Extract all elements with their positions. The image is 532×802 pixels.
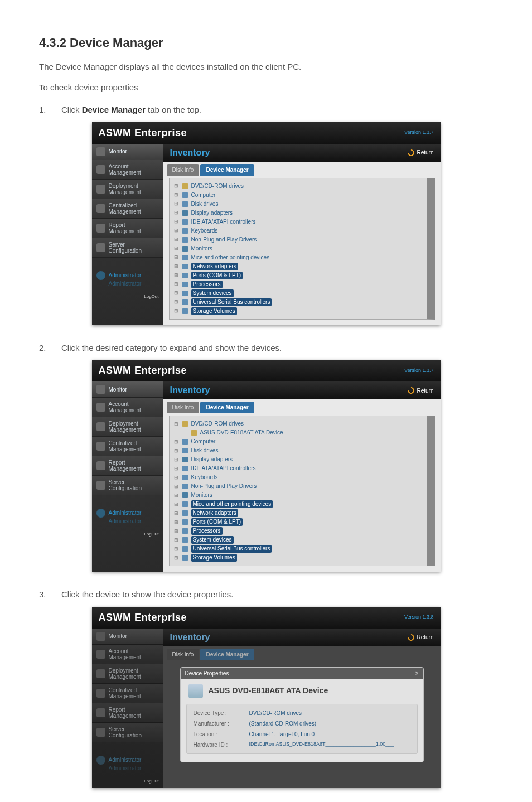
expand-icon[interactable]: ⊞ [174,501,179,508]
tree-item[interactable]: Keyboards [191,227,218,235]
expand-icon[interactable]: ⊞ [174,263,179,270]
section-heading: 4.3.2 Device Manager [39,33,493,52]
tree-item[interactable]: Processors [191,527,223,535]
sidebar-item-report[interactable]: Report Management [92,456,163,476]
tree-item[interactable]: DVD/CD-ROM drives [191,182,244,190]
expand-icon[interactable]: ⊞ [174,218,179,225]
tree-item[interactable]: Non-Plug and Play Drivers [191,482,257,490]
expand-icon[interactable]: ⊞ [174,191,179,199]
tab-disk-info[interactable]: Disk Info [167,649,200,660]
return-label: Return [417,148,433,157]
close-icon[interactable]: × [415,669,419,678]
expand-icon[interactable]: ⊞ [174,483,179,490]
expand-icon[interactable]: ⊞ [174,492,179,499]
sidebar-item-report[interactable]: Report Management [92,219,163,238]
tree-child-item[interactable]: ASUS DVD-E818A6T ATA Device [200,429,283,437]
sidebar-item-label: Account Management [109,648,159,660]
expand-icon[interactable]: ⊞ [174,289,179,297]
tree-item[interactable]: Universal Serial Bus controllers [191,545,272,553]
tree-item[interactable]: System devices [191,289,234,297]
expand-icon[interactable]: ⊞ [174,227,179,234]
admin-line2: Administrator [109,764,142,772]
tree-item[interactable]: Network adapters [191,263,238,270]
logout-link[interactable]: LogOut [92,293,163,303]
main-title: Inventory [170,384,210,397]
sidebar-item-account[interactable]: Account Management [92,160,163,180]
expand-icon[interactable]: ⊞ [174,456,179,463]
return-button[interactable]: Return [408,148,433,157]
tree-item[interactable]: DVD/CD-ROM drives [191,420,244,428]
expand-icon[interactable]: ⊞ [174,281,179,288]
expand-icon[interactable]: ⊞ [174,298,179,306]
tree-item[interactable]: Disk drives [191,200,219,208]
logout-link[interactable]: LogOut [92,531,163,541]
expand-icon[interactable]: ⊞ [174,545,179,553]
tab-disk-info[interactable]: Disk Info [167,402,200,413]
tree-item[interactable]: Storage Volumes [191,554,237,562]
tree-item[interactable]: Storage Volumes [191,307,237,315]
sidebar-item-server[interactable]: Server Configuration [92,476,163,495]
step-1: 1. Click Device Manager tab on the top. [39,104,493,117]
expand-icon[interactable]: ⊞ [174,447,179,455]
tree-item[interactable]: Processors [191,281,223,288]
tree-item[interactable]: Computer [191,438,216,446]
tree-item[interactable]: IDE ATA/ATAPI controllers [191,465,256,472]
tree-item[interactable]: Ports (COM & LPT) [191,518,243,526]
tree-item[interactable]: Display adapters [191,456,233,463]
expand-icon[interactable]: ⊞ [174,519,179,526]
expand-icon[interactable]: ⊞ [174,254,179,261]
expand-icon[interactable]: ⊞ [174,245,179,252]
expand-icon[interactable]: ⊞ [174,465,179,472]
expand-icon[interactable]: ⊞ [174,236,179,243]
expand-icon[interactable]: ⊞ [174,307,179,315]
sidebar-item-monitor[interactable]: Monitor [92,144,163,160]
expand-icon[interactable]: ⊞ [174,474,179,481]
sidebar-item-deployment[interactable]: Deployment Management [92,180,163,199]
tree-item[interactable]: Keyboards [191,474,218,481]
tab-disk-info[interactable]: Disk Info [167,164,200,176]
expand-icon[interactable]: ⊞ [174,200,179,207]
sidebar-item-centralized[interactable]: Centralized Management [92,199,163,219]
sidebar-item-monitor[interactable]: Monitor [92,381,163,398]
logout-link[interactable]: LogOut [92,778,163,788]
return-button[interactable]: Return [408,386,433,395]
expand-icon[interactable]: ⊞ [174,438,179,446]
expand-icon[interactable]: ⊞ [174,528,179,535]
tree-item[interactable]: Monitors [191,491,212,499]
collapse-icon[interactable]: ⊟ [174,421,179,428]
tree-item[interactable]: Universal Serial Bus controllers [191,298,272,306]
sidebar-item-report[interactable]: Report Management [92,703,163,723]
sidebar-item-deployment[interactable]: Deployment Management [92,417,163,437]
tree-item[interactable]: Disk drives [191,447,219,455]
sidebar-item-deployment[interactable]: Deployment Management [92,664,163,684]
sidebar-item-centralized[interactable]: Centralized Management [92,437,163,456]
tree-item[interactable]: Network adapters [191,509,238,517]
sidebar-item-server[interactable]: Server Configuration [92,238,163,258]
tree-item[interactable]: Monitors [191,245,212,253]
tab-device-manager[interactable]: Device Manager [200,164,254,176]
expand-icon[interactable]: ⊞ [174,510,179,517]
expand-icon[interactable]: ⊞ [174,272,179,279]
display-icon [182,210,188,216]
expand-icon[interactable]: ⊞ [174,182,179,190]
expand-icon[interactable]: ⊞ [174,537,179,544]
expand-icon[interactable]: ⊞ [174,554,179,562]
tree-item[interactable]: Ports (COM & LPT) [191,272,243,279]
tree-item[interactable]: System devices [191,536,234,544]
tree-item[interactable]: Display adapters [191,209,233,217]
tree-item[interactable]: Computer [191,191,216,199]
tab-device-manager[interactable]: Device Manager [200,402,254,413]
expand-icon[interactable]: ⊞ [174,209,179,216]
sidebar-item-account[interactable]: Account Management [92,398,163,417]
tree-item[interactable]: Mice and other pointing devices [191,254,270,262]
network-icon [182,510,188,516]
sidebar-item-server[interactable]: Server Configuration [92,723,163,742]
tree-item[interactable]: Mice and other pointing devices [191,500,273,508]
tree-item[interactable]: Non-Plug and Play Drivers [191,236,257,244]
sidebar-item-centralized[interactable]: Centralized Management [92,684,163,703]
sidebar-item-account[interactable]: Account Management [92,645,163,664]
sidebar-item-monitor[interactable]: Monitor [92,629,163,645]
tab-device-manager[interactable]: Device Manager [200,649,254,660]
return-button[interactable]: Return [408,633,433,641]
tree-item[interactable]: IDE ATA/ATAPI controllers [191,218,256,226]
